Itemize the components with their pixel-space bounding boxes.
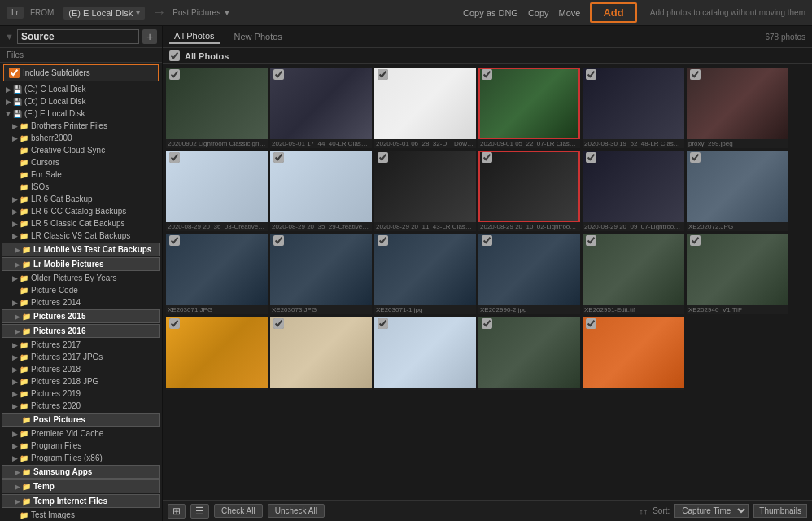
photo-checkbox-p7[interactable] <box>169 152 180 163</box>
photo-checkbox-p9[interactable] <box>378 152 388 163</box>
sidebar-item-premiere-vid[interactable]: ▶📁Premiere Vid Cache <box>0 427 162 440</box>
photo-cell-p16[interactable]: XE202990-2.jpg <box>478 234 580 314</box>
photo-cell-p9[interactable]: 2020-08-29 20_11_43-LR Classic V9 Catalo… <box>374 151 476 231</box>
photo-cell-p23[interactable] <box>583 317 684 390</box>
sidebar-item-pictures-2020[interactable]: ▶📁Pictures 2020 <box>0 400 162 412</box>
photo-checkbox-p10[interactable] <box>482 152 492 163</box>
sidebar-item-post-pictures[interactable]: 📁Post Pictures <box>2 413 160 427</box>
grid-view-button[interactable]: ⊞ <box>168 504 186 519</box>
add-button[interactable]: Add <box>590 2 636 23</box>
include-subfolders-check[interactable]: Include Subfolders <box>3 64 159 81</box>
sidebar-add-button[interactable]: + <box>142 29 157 44</box>
check-all-button[interactable]: Check All <box>214 504 263 518</box>
sidebar-item-lr-mobile-v9[interactable]: ▶📁Lr Mobile V9 Test Cat Backups <box>2 243 160 256</box>
photo-checkbox-p18[interactable] <box>690 235 701 246</box>
move-button[interactable]: Move <box>559 8 581 18</box>
sidebar-item-temp-internet[interactable]: ▶📁Temp Internet Files <box>2 494 160 508</box>
photo-checkbox-p3[interactable] <box>378 69 388 80</box>
sidebar-item-bsherr2000[interactable]: ▶📁bsherr2000 <box>0 132 162 144</box>
sidebar-item-older-pictures[interactable]: ▶📁Older Pictures By Years <box>0 272 162 284</box>
sidebar-item-isos[interactable]: 📁ISOs <box>0 181 162 193</box>
list-view-button[interactable]: ☰ <box>190 504 209 519</box>
sidebar-item-pictures-2017[interactable]: ▶📁Pictures 2017 <box>0 339 162 351</box>
copy-dng-button[interactable]: Copy as DNG <box>463 8 518 18</box>
sidebar-item-samsung-apps[interactable]: ▶📁Samsung Apps <box>2 465 160 479</box>
photo-checkbox-p1[interactable] <box>169 69 180 80</box>
sidebar-item-pictures-2014[interactable]: ▶📁Pictures 2014 <box>0 296 162 309</box>
photo-cell-p11[interactable]: 2020-08-29 20_09_07-Lightroom.png <box>583 151 684 231</box>
tree-arrow-pictures-2018: ▶ <box>10 366 20 374</box>
sidebar-item-lr5-cat[interactable]: ▶📁LR 5 Classic Cat Backups <box>0 217 162 230</box>
photo-cell-p18[interactable]: XE202940_V1.TIF <box>687 234 788 314</box>
photo-cell-p2[interactable]: 2020-09-01 17_44_40-LR Classic V9 Catalo… <box>270 68 372 148</box>
photo-cell-p8[interactable]: 2020-08-29 20_35_29-Creative Cloud Deskt… <box>270 151 372 231</box>
sidebar-item-cursors[interactable]: 📁Cursors <box>0 156 162 169</box>
sidebar-item-c-drive[interactable]: ▶💾(C:) C Local Disk <box>0 83 162 95</box>
photo-checkbox-p19[interactable] <box>169 318 180 329</box>
photo-cell-p10[interactable]: 2020-08-29 20_10_02-Lightroom.png <box>478 151 580 231</box>
photo-cell-p22[interactable] <box>478 317 580 390</box>
sidebar-item-brothers[interactable]: ▶📁Brothers Printer Files <box>0 120 162 132</box>
photo-cell-p1[interactable]: 20200902 Lightroom Classic grid sorted b… <box>166 68 268 148</box>
photo-checkbox-p4[interactable] <box>482 69 492 80</box>
photo-checkbox-p22[interactable] <box>482 318 492 329</box>
sidebar-item-lr-mobile-pictures[interactable]: ▶📁Lr Mobile Pictures <box>2 257 160 271</box>
photo-cell-p21[interactable] <box>374 317 476 390</box>
sidebar-item-temp[interactable]: ▶📁Temp <box>2 479 160 493</box>
photo-cell-p17[interactable]: XE202951-Edit.tif <box>583 234 684 314</box>
photo-cell-p14[interactable]: XE203073.JPG <box>270 234 372 314</box>
photo-checkbox-p16[interactable] <box>482 235 492 246</box>
photo-checkbox-p21[interactable] <box>378 318 388 329</box>
post-pictures-selector[interactable]: Post Pictures ▼ <box>172 8 231 17</box>
photo-checkbox-p13[interactable] <box>169 235 180 246</box>
photo-cell-p3[interactable]: 2020-09-01 06_28_32-D__Download_Adobe S.… <box>374 68 476 148</box>
photo-cell-p19[interactable] <box>166 317 268 390</box>
photo-cell-p20[interactable] <box>270 317 372 390</box>
sidebar-item-program-files[interactable]: ▶📁Program Files <box>0 440 162 452</box>
tab-new-photos[interactable]: New Photos <box>229 30 287 43</box>
sidebar-item-test-images[interactable]: 📁Test Images <box>0 509 162 521</box>
subfolders-checkbox[interactable] <box>9 68 20 78</box>
tab-all-photos[interactable]: All Photos <box>169 29 220 44</box>
sidebar-item-for-sale[interactable]: 📁For Sale <box>0 169 162 181</box>
photo-checkbox-p23[interactable] <box>586 318 596 329</box>
sidebar-item-picture-code[interactable]: 📁Picture Code <box>0 284 162 296</box>
copy-button[interactable]: Copy <box>528 8 549 18</box>
sidebar-item-pictures-2017-jpg[interactable]: ▶📁Pictures 2017 JPGs <box>0 351 162 363</box>
photo-cell-p6[interactable]: proxy_299.jpeg <box>687 68 788 148</box>
sidebar-item-program-files-x86[interactable]: ▶📁Program Files (x86) <box>0 452 162 464</box>
sidebar-item-e-drive[interactable]: ▼💾(E:) E Local Disk <box>0 107 162 120</box>
photo-checkbox-p5[interactable] <box>586 69 596 80</box>
sort-select[interactable]: Capture Time <box>674 504 749 518</box>
photo-cell-p13[interactable]: XE203071.JPG <box>166 234 268 314</box>
sidebar-item-lr6-cat[interactable]: ▶📁LR 6 Cat Backup <box>0 193 162 205</box>
photo-checkbox-p20[interactable] <box>273 318 284 329</box>
photo-checkbox-p8[interactable] <box>273 152 284 163</box>
photo-checkbox-p17[interactable] <box>586 235 596 246</box>
source-disk[interactable]: (E) E Local Disk ▾ <box>63 7 145 20</box>
sidebar-item-pictures-2018-jpg[interactable]: ▶📁Pictures 2018 JPG <box>0 375 162 387</box>
thumbnails-view-button[interactable]: Thumbnails <box>753 504 807 518</box>
tree-label-pictures-2017: Pictures 2017 <box>31 340 81 349</box>
photo-checkbox-p2[interactable] <box>273 69 284 80</box>
photo-cell-p4[interactable]: 2020-09-01 05_22_07-LR Classic V9 Catalo… <box>478 68 580 148</box>
sidebar-item-lr-classic-v9[interactable]: ▶📁LR Classic V9 Cat Backups <box>0 230 162 242</box>
photo-checkbox-p12[interactable] <box>690 152 701 163</box>
sidebar-item-pictures-2016[interactable]: ▶📁Pictures 2016 <box>2 324 160 338</box>
sidebar-item-pictures-2018[interactable]: ▶📁Pictures 2018 <box>0 363 162 375</box>
photo-cell-p12[interactable]: XE202072.JPG <box>687 151 788 231</box>
sidebar-item-pictures-2019[interactable]: ▶📁Pictures 2019 <box>0 387 162 400</box>
sidebar-item-pictures-2015[interactable]: ▶📁Pictures 2015 <box>2 309 160 323</box>
sidebar-item-lr6-catalog[interactable]: ▶📁LR 6-CC Catalog Backups <box>0 205 162 217</box>
photo-checkbox-p14[interactable] <box>273 235 284 246</box>
photo-cell-p15[interactable]: XE203071-1.jpg <box>374 234 476 314</box>
uncheck-all-button[interactable]: Uncheck All <box>268 504 325 518</box>
photo-cell-p5[interactable]: 2020-08-30 19_52_48-LR Classic V9 Catalo… <box>583 68 684 148</box>
photo-checkbox-p6[interactable] <box>690 69 701 80</box>
photo-checkbox-p15[interactable] <box>378 235 388 246</box>
sidebar-item-d-drive[interactable]: ▶💾(D:) D Local Disk <box>0 95 162 107</box>
sidebar-item-creative-cloud[interactable]: 📁Creative Cloud Sync <box>0 144 162 156</box>
photo-checkbox-p11[interactable] <box>586 152 596 163</box>
all-photos-checkbox[interactable] <box>169 50 180 61</box>
photo-cell-p7[interactable]: 2020-08-29 20_36_03-Creative Cloud Deskt… <box>166 151 268 231</box>
